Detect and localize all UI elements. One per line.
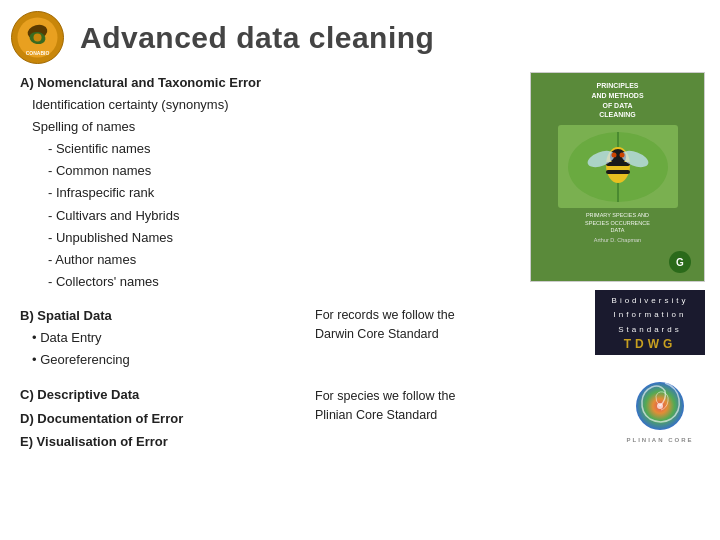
- tdwg-line2: Information: [613, 308, 686, 322]
- sub-item-4: - Cultivars and Hybrids: [48, 205, 300, 227]
- section-a-bullet-1: Identification certainty (synonyms): [32, 94, 300, 116]
- tdwg-abbr: TDWG: [624, 337, 677, 351]
- book-cover: PRINCIPLESAND METHODSOF DATACLEANING: [530, 72, 705, 282]
- darwin-text: For records we follow the Darwin Core St…: [315, 301, 585, 344]
- section-b-bullet-2: • Georeferencing: [32, 349, 300, 371]
- plinian-label: PLINIAN CORE: [626, 436, 693, 443]
- section-a: A) Nomenclatural and Taxonomic Error Ide…: [20, 72, 300, 293]
- svg-rect-10: [606, 162, 630, 166]
- section-cde: C) Descriptive Data D) Documentation of …: [20, 383, 300, 453]
- book-title: PRINCIPLESAND METHODSOF DATACLEANING: [591, 81, 643, 120]
- tdwg-box: Biodiversity Information Standards TDWG: [595, 290, 705, 355]
- book-author: Arthur D. Chapman: [594, 237, 641, 243]
- darwin-section: For records we follow the Darwin Core St…: [315, 290, 705, 355]
- plinian-logo: PLINIAN CORE: [615, 363, 705, 443]
- book-subtitle: PRIMARY SPECIES ANDSPECIES OCCURRENCEDAT…: [585, 212, 650, 235]
- svg-point-14: [611, 152, 616, 157]
- book-area: PRINCIPLESAND METHODSOF DATACLEANING: [315, 72, 705, 282]
- section-c: C) Descriptive Data: [20, 383, 300, 406]
- tdwg-line3: Standards: [618, 323, 681, 337]
- svg-text:CONABIO: CONABIO: [26, 50, 50, 56]
- sub-item-2: - Common names: [48, 160, 300, 182]
- tdwg-line1: Biodiversity: [612, 294, 689, 308]
- right-column: PRINCIPLESAND METHODSOF DATACLEANING: [315, 72, 705, 453]
- plinian-spiral-icon: [625, 379, 695, 434]
- svg-point-4: [34, 34, 42, 42]
- section-b-title: B) Spatial Data: [20, 305, 300, 327]
- plinian-section: For species we follow the Plinian Core S…: [315, 363, 705, 443]
- sub-item-6: - Author names: [48, 249, 300, 271]
- book-publisher-logo: G: [669, 251, 691, 273]
- section-a-bullet-2: Spelling of names: [32, 116, 300, 138]
- book-insect-image: [558, 125, 678, 208]
- sub-item-5: - Unpublished Names: [48, 227, 300, 249]
- left-column: A) Nomenclatural and Taxonomic Error Ide…: [20, 72, 300, 453]
- page-header: CONABIO Advanced data cleaning: [0, 0, 720, 70]
- section-a-title: A) Nomenclatural and Taxonomic Error: [20, 72, 300, 94]
- sub-item-1: - Scientific names: [48, 138, 300, 160]
- page-title: Advanced data cleaning: [80, 21, 434, 55]
- sub-item-7: - Collectors' names: [48, 271, 300, 293]
- section-d: D) Documentation of Error: [20, 407, 300, 430]
- svg-point-15: [619, 152, 624, 157]
- section-e: E) Visualisation of Error: [20, 430, 300, 453]
- section-b-bullet-1: • Data Entry: [32, 327, 300, 349]
- section-b: B) Spatial Data • Data Entry • Georefere…: [20, 305, 300, 371]
- plinian-text: For species we follow the Plinian Core S…: [315, 382, 605, 425]
- svg-rect-11: [606, 170, 630, 174]
- sub-item-3: - Infraspecific rank: [48, 182, 300, 204]
- conabio-logo: CONABIO: [10, 10, 65, 65]
- svg-point-17: [657, 403, 663, 409]
